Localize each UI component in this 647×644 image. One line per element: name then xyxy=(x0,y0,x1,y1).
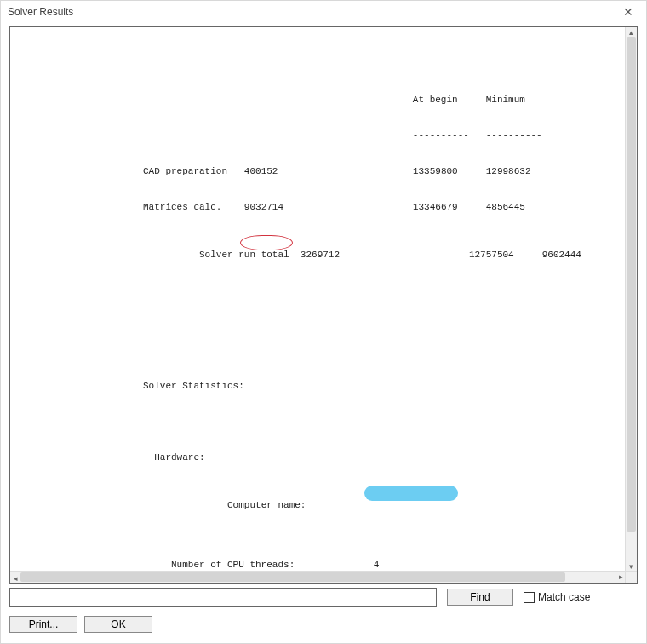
hw-header: Hardware: xyxy=(143,452,205,463)
horizontal-scroll-thumb[interactable] xyxy=(20,572,565,582)
find-button[interactable]: Find xyxy=(447,589,513,606)
row-mat-min: 4856445 xyxy=(486,202,525,212)
hw-threads-label: Number of CPU threads: xyxy=(143,560,295,570)
match-case-wrap[interactable]: Match case xyxy=(524,591,590,603)
log-text: At begin Minimum ---------- ---------- C… xyxy=(17,34,621,572)
row-mat-label: Matrices calc. xyxy=(143,202,244,212)
row-srt-label: Solver run total xyxy=(199,250,301,260)
col-minimum: Minimum xyxy=(486,95,525,105)
match-case-checkbox[interactable] xyxy=(524,592,535,603)
search-input[interactable] xyxy=(9,588,437,607)
match-case-label: Match case xyxy=(538,591,590,603)
row-mat-v1: 9032714 xyxy=(244,202,283,212)
dash-long-1: ----------------------------------------… xyxy=(143,273,558,284)
scroll-left-arrow-icon[interactable]: ◂ xyxy=(10,573,20,584)
controls-bar: Find Match case Print... OK xyxy=(9,587,638,636)
row-cad-min: 12998632 xyxy=(486,166,531,176)
row-mat-atb: 13346679 xyxy=(413,202,458,212)
vertical-scrollbar[interactable]: ▴ ▾ xyxy=(625,27,637,572)
window-title: Solver Results xyxy=(8,6,73,18)
row-srt-atb: 12757504 xyxy=(469,250,514,260)
log-viewport[interactable]: At begin Minimum ---------- ---------- C… xyxy=(10,27,626,572)
row-cad-atb: 13359800 xyxy=(413,166,458,176)
subdash-2: ---------- xyxy=(486,130,542,141)
scroll-up-arrow-icon[interactable]: ▴ xyxy=(626,27,637,37)
col-at-begin: At begin xyxy=(413,95,458,105)
scrollbar-corner xyxy=(625,571,637,583)
close-icon[interactable]: ✕ xyxy=(617,1,639,23)
window-frame: Solver Results ✕ At begin Minimum ------… xyxy=(0,0,647,644)
subdash-1: ---------- xyxy=(413,130,469,141)
vertical-scroll-thumb[interactable] xyxy=(627,37,636,532)
horizontal-scrollbar[interactable]: ◂▸ xyxy=(10,571,626,583)
row-cad-v1: 400152 xyxy=(244,166,283,176)
log-panel: At begin Minimum ---------- ---------- C… xyxy=(9,26,638,584)
hw-compname-label: Computer name: xyxy=(199,500,306,510)
section-solverstats: Solver Statistics: xyxy=(143,381,244,391)
ok-button[interactable]: OK xyxy=(84,616,152,633)
print-button[interactable]: Print... xyxy=(9,616,77,633)
row-srt-min: 9602444 xyxy=(542,250,581,260)
bottom-row: Print... OK xyxy=(9,616,638,633)
row-srt-v1: 3269712 xyxy=(301,250,340,260)
hw-threads-val: 4 xyxy=(374,560,380,570)
row-cad-label: CAD preparation xyxy=(143,166,244,176)
titlebar: Solver Results ✕ xyxy=(1,1,646,23)
search-row: Find Match case xyxy=(9,587,638,607)
